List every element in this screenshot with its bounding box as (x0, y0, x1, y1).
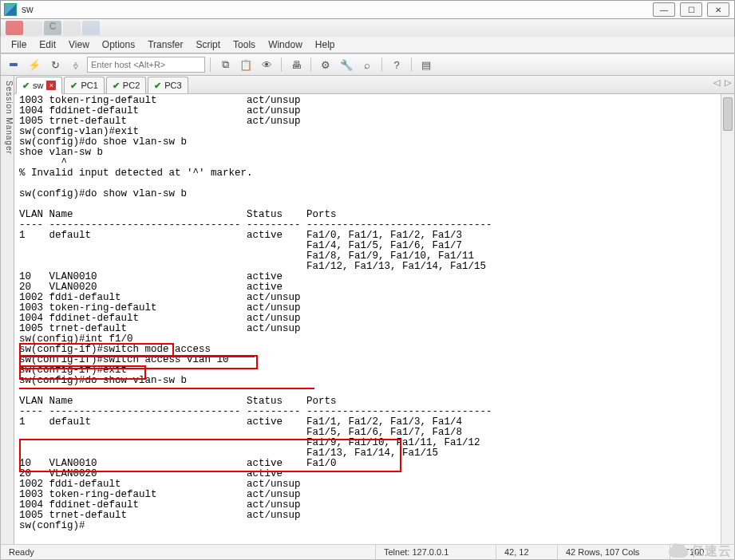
wrench-icon[interactable]: 🔧 (337, 55, 356, 74)
blob-icon (82, 21, 100, 35)
check-icon: ✔ (22, 81, 30, 91)
blob-icon (25, 21, 42, 35)
connect-icon[interactable] (4, 55, 23, 74)
close-icon[interactable]: × (46, 81, 56, 90)
blob-icon (6, 21, 23, 35)
separator (281, 57, 282, 72)
tab-label: PC1 (81, 81, 97, 90)
menu-tools[interactable]: Tools (227, 37, 261, 52)
outer-toolbar: C (0, 19, 735, 37)
terminal-area: 1003 token-ring-default act/unsup 1004 f… (14, 94, 734, 544)
menu-file[interactable]: File (6, 37, 32, 52)
gear-icon[interactable]: ⚙ (316, 55, 335, 74)
window-title: sw (22, 4, 34, 15)
session-manager-handle[interactable]: Session Manager (1, 76, 14, 544)
tab-pc3[interactable]: ✔ PC3 (148, 77, 188, 93)
key-icon[interactable]: ⌕ (358, 55, 377, 74)
find-icon[interactable]: 👁 (257, 55, 276, 74)
tab-pc1[interactable]: ✔ PC1 (64, 77, 104, 93)
tabs-and-terminal: ✔ sw × ✔ PC1 ✔ PC2 ✔ PC3 ◁ ▷ (14, 76, 734, 544)
tab-next-icon[interactable]: ▷ (725, 77, 731, 88)
host-input[interactable] (87, 57, 205, 73)
status-connection: Telnet: 127.0.0.1 (376, 545, 496, 559)
menu-view[interactable]: View (63, 37, 95, 52)
check-icon: ✔ (70, 81, 77, 91)
main-toolbar: ⚡ ↻ ⎀ ⧉ 📋 👁 🖶 ⚙ 🔧 ⌕ ? ▤ (0, 53, 735, 76)
scrollbar-thumb[interactable] (723, 97, 733, 131)
content-row: Session Manager ✔ sw × ✔ PC1 ✔ PC2 ✔ (0, 76, 735, 544)
tab-label: PC3 (164, 81, 181, 90)
menu-transfer[interactable]: Transfer (142, 37, 188, 52)
window-controls: — ☐ ✕ (653, 2, 729, 17)
statusbar: Ready Telnet: 127.0.0.1 42, 12 42 Rows, … (0, 544, 735, 560)
app-window: sw — ☐ ✕ C File Edit View Options Transf… (0, 0, 735, 560)
cmd-icon[interactable]: ⎀ (66, 55, 85, 74)
app-icon (4, 3, 17, 16)
status-emulation: VT100 (670, 545, 734, 559)
help-icon[interactable]: ? (387, 55, 406, 74)
separator (411, 57, 412, 72)
tab-label: PC2 (123, 81, 140, 90)
separator (310, 57, 311, 72)
terminal-scroll[interactable]: 1003 token-ring-default act/unsup 1004 f… (14, 94, 734, 544)
menu-help[interactable]: Help (310, 37, 341, 52)
maximize-button[interactable]: ☐ (680, 2, 702, 17)
paste-icon[interactable]: 📋 (236, 55, 255, 74)
tab-label: sw (33, 81, 43, 90)
tab-nav: ◁ ▷ (713, 77, 731, 88)
refresh-icon[interactable]: ↻ (45, 55, 65, 74)
panel-icon[interactable]: ▤ (417, 55, 436, 74)
menu-script[interactable]: Script (190, 37, 226, 52)
check-icon: ✔ (154, 81, 161, 91)
status-cursor: 42, 12 (496, 545, 558, 559)
tab-pc2[interactable]: ✔ PC2 (106, 77, 146, 93)
tab-sw[interactable]: ✔ sw × (16, 77, 62, 94)
close-button[interactable]: ✕ (707, 2, 729, 17)
check-icon: ✔ (113, 81, 120, 91)
menu-edit[interactable]: Edit (34, 37, 61, 52)
status-ready: Ready (1, 545, 376, 559)
separator (381, 57, 382, 72)
terminal-output[interactable]: 1003 token-ring-default act/unsup 1004 f… (14, 94, 734, 533)
lightning-icon[interactable]: ⚡ (25, 55, 44, 74)
separator (210, 57, 211, 72)
titlebar: sw — ☐ ✕ (0, 0, 735, 19)
svg-rect-0 (10, 63, 18, 66)
tabbar: ✔ sw × ✔ PC1 ✔ PC2 ✔ PC3 ◁ ▷ (14, 76, 734, 94)
menu-options[interactable]: Options (97, 37, 140, 52)
menubar: File Edit View Options Transfer Script T… (0, 37, 735, 53)
blob-icon (63, 21, 81, 35)
copy-icon[interactable]: ⧉ (215, 55, 235, 74)
minimize-button[interactable]: — (653, 2, 675, 17)
status-size: 42 Rows, 107 Cols (558, 545, 670, 559)
printer-icon[interactable]: 🖶 (286, 55, 306, 74)
vertical-scrollbar[interactable] (721, 94, 734, 544)
tab-prev-icon[interactable]: ◁ (713, 77, 720, 88)
menu-window[interactable]: Window (263, 37, 308, 52)
